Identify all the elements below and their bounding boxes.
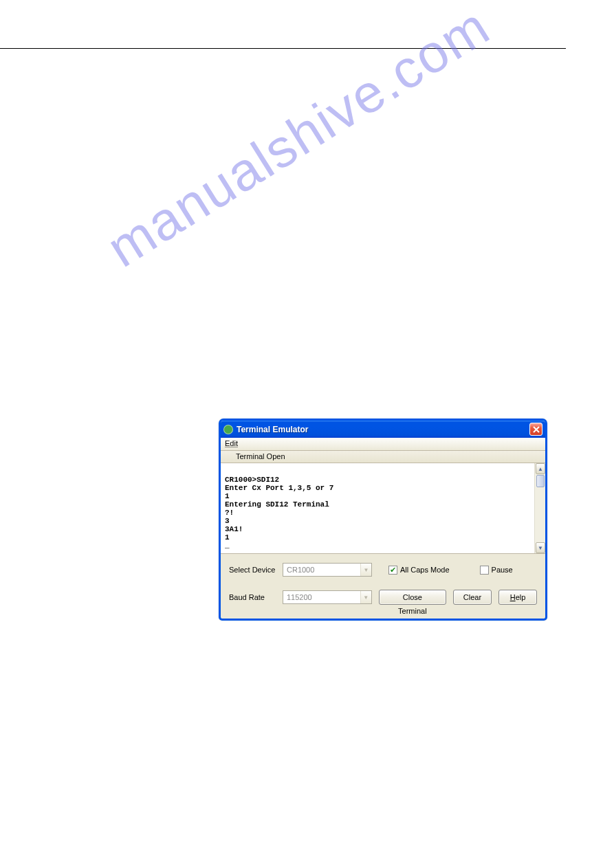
checkbox-box-checked[interactable]: ✔ [388, 566, 397, 575]
terminal-output-area: CR1000>SDI12 Enter Cx Port 1,3,5 or 7 1 … [221, 463, 545, 554]
status-bar: Terminal Open [221, 451, 545, 463]
terminal-output[interactable]: CR1000>SDI12 Enter Cx Port 1,3,5 or 7 1 … [221, 463, 534, 553]
scroll-thumb[interactable] [536, 475, 545, 487]
controls-panel: Select Device CR1000 ▼ ✔ All Caps Mode P… [221, 554, 545, 606]
chevron-down-icon[interactable]: ▼ [360, 564, 371, 576]
app-icon [223, 425, 233, 434]
menu-edit[interactable]: Edit [225, 439, 238, 447]
row-device: Select Device CR1000 ▼ ✔ All Caps Mode P… [229, 561, 537, 579]
baud-rate-label: Baud Rate [229, 593, 283, 601]
help-button[interactable]: Help [498, 590, 537, 605]
chevron-down-icon[interactable]: ▼ [360, 591, 371, 603]
terminal-emulator-window: Terminal Emulator Edit Terminal Open CR1… [219, 419, 547, 621]
status-text: Terminal Open [236, 452, 285, 460]
select-device-value: CR1000 [283, 566, 360, 574]
menubar: Edit [221, 438, 545, 451]
help-underline: H [510, 593, 516, 601]
all-caps-label: All Caps Mode [400, 566, 450, 574]
help-rest: elp [516, 593, 526, 601]
button-group: Close Terminal Clear Help [372, 590, 537, 605]
scroll-down-icon[interactable]: ▼ [536, 542, 545, 553]
titlebar[interactable]: Terminal Emulator [221, 421, 545, 438]
vertical-scrollbar[interactable]: ▲ ▼ [534, 463, 545, 553]
all-caps-checkbox[interactable]: ✔ All Caps Mode [388, 566, 450, 575]
checkbox-box-unchecked[interactable] [480, 566, 489, 575]
pause-checkbox[interactable]: Pause [480, 566, 513, 575]
clear-button[interactable]: Clear [453, 590, 492, 605]
baud-rate-value: 115200 [283, 593, 360, 601]
close-icon[interactable] [529, 423, 542, 436]
horizontal-rule [0, 48, 566, 49]
close-terminal-button[interactable]: Close Terminal [379, 590, 446, 605]
select-device-combo[interactable]: CR1000 ▼ [283, 563, 372, 577]
baud-rate-combo[interactable]: 115200 ▼ [283, 590, 372, 604]
row-baud: Baud Rate 115200 ▼ Close Terminal Clear … [229, 588, 537, 606]
pause-label: Pause [492, 566, 513, 574]
watermark-text: manualshive.com [96, 0, 501, 280]
select-device-label: Select Device [229, 566, 283, 574]
scroll-up-icon[interactable]: ▲ [536, 463, 545, 474]
window-title: Terminal Emulator [237, 425, 529, 434]
